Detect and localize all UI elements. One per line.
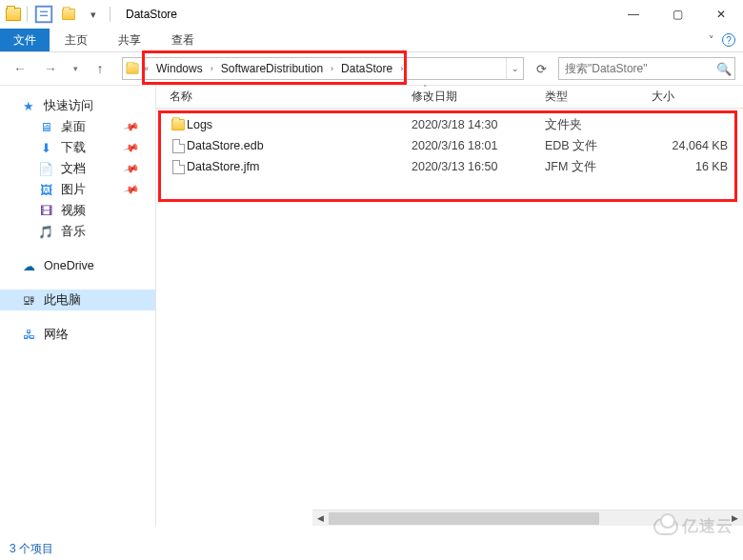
file-row-datastore-edb[interactable]: DataStore.edb 2020/3/16 18:01 EDB 文件 24,… [156, 135, 743, 156]
status-bar: 3 个项目 [0, 537, 53, 560]
nav-row: ← → ▾ ↑ « Windows › SoftwareDistribution… [0, 52, 743, 86]
sidebar-item-label: 图片 [61, 182, 86, 198]
body: ★ 快速访问 🖥 桌面 📌 ⬇ 下载 📌 📄 文档 📌 🖼 图片 � [0, 86, 743, 526]
file-icon [170, 139, 187, 153]
sidebar-item-label: 网络 [44, 327, 69, 343]
file-date: 2020/3/13 16:50 [412, 160, 545, 173]
sidebar-item-thispc[interactable]: 🖳 此电脑 [0, 290, 155, 310]
column-size[interactable]: 大小 [652, 89, 743, 105]
address-folder-icon [123, 62, 142, 75]
file-name: DataStore.edb [187, 139, 412, 152]
up-button[interactable]: ↑ [88, 56, 112, 81]
sidebar-item-label: 此电脑 [44, 292, 81, 309]
file-list-pane: ˄ 名称 修改日期 类型 大小 Logs 2020/3/18 14:30 文件夹… [156, 86, 743, 526]
cloud-icon: ☁ [21, 258, 36, 273]
pin-icon: 📌 [123, 139, 141, 156]
sidebar-item-network[interactable]: 🖧 网络 [0, 324, 155, 345]
titlebar-left: ▾ DataStore [0, 4, 177, 25]
file-type: JFM 文件 [545, 159, 652, 175]
sidebar-item-label: 视频 [61, 203, 86, 219]
watermark-text: 亿速云 [682, 515, 733, 537]
crumb-windows[interactable]: Windows [151, 58, 209, 79]
breadcrumb: « Windows › SoftwareDistribution › DataS… [142, 58, 405, 79]
chevron-right-icon[interactable]: › [398, 64, 405, 73]
search-icon[interactable]: 🔍 [713, 62, 734, 76]
sidebar-item-videos[interactable]: 🎞 视频 [0, 200, 155, 221]
crumb-datastore[interactable]: DataStore [335, 58, 398, 79]
sidebar-item-label: 下载 [61, 140, 86, 156]
sidebar-item-documents[interactable]: 📄 文档 📌 [0, 158, 155, 179]
ribbon-collapse-icon[interactable]: ˅ [709, 34, 714, 47]
column-name[interactable]: 名称 [170, 89, 412, 105]
tab-share[interactable]: 共享 [103, 29, 156, 51]
file-type: EDB 文件 [545, 138, 652, 154]
chevron-right-icon[interactable]: › [329, 64, 335, 73]
address-dropdown-icon[interactable]: ⌄ [506, 58, 523, 79]
window-title: DataStore [126, 8, 177, 21]
file-size: 24,064 KB [652, 139, 728, 152]
watermark: 亿速云 [653, 515, 733, 537]
sidebar-item-downloads[interactable]: ⬇ 下载 📌 [0, 137, 155, 158]
column-headers: 名称 修改日期 类型 大小 [156, 86, 743, 109]
navigation-pane: ★ 快速访问 🖥 桌面 📌 ⬇ 下载 📌 📄 文档 📌 🖼 图片 � [0, 86, 156, 526]
document-icon: 📄 [38, 161, 53, 176]
app-icon [6, 8, 21, 21]
sidebar-item-label: 音乐 [61, 224, 86, 240]
chevron-right-icon[interactable]: › [209, 64, 215, 73]
search-box[interactable]: 🔍 [558, 57, 735, 80]
breadcrumb-prefix-icon[interactable]: « [142, 64, 151, 73]
computer-icon: 🖳 [21, 292, 36, 308]
tab-view[interactable]: 查看 [156, 29, 210, 51]
file-date: 2020/3/16 18:01 [412, 139, 545, 152]
close-button[interactable]: ✕ [699, 0, 743, 29]
new-folder-icon[interactable] [58, 4, 79, 25]
help-icon[interactable]: ? [722, 33, 735, 47]
file-size: 16 KB [652, 160, 728, 173]
pin-icon: 📌 [123, 181, 141, 198]
tab-home[interactable]: 主页 [50, 29, 103, 51]
file-row-datastore-jfm[interactable]: DataStore.jfm 2020/3/13 16:50 JFM 文件 16 … [156, 156, 743, 177]
minimize-button[interactable]: — [612, 0, 655, 29]
network-icon: 🖧 [21, 327, 36, 342]
file-row-logs[interactable]: Logs 2020/3/18 14:30 文件夹 [156, 114, 743, 135]
ribbon: 文件 主页 共享 查看 ˅ ? [0, 29, 743, 52]
sidebar-item-pictures[interactable]: 🖼 图片 📌 [0, 179, 155, 200]
sidebar-item-label: OneDrive [44, 259, 94, 272]
back-button[interactable]: ← [8, 56, 32, 81]
file-date: 2020/3/18 14:30 [412, 118, 545, 131]
svg-rect-0 [36, 7, 52, 23]
refresh-button[interactable]: ⟳ [530, 57, 552, 80]
column-date[interactable]: 修改日期 [412, 89, 545, 105]
quick-access-toolbar: ▾ [33, 4, 104, 25]
scroll-thumb[interactable] [329, 512, 599, 525]
sidebar-item-music[interactable]: 🎵 音乐 [0, 221, 155, 242]
pin-icon: 📌 [123, 118, 141, 135]
crumb-softwaredistribution[interactable]: SoftwareDistribution [215, 58, 329, 79]
sidebar-item-label: 桌面 [61, 119, 86, 135]
sidebar-item-desktop[interactable]: 🖥 桌面 📌 [0, 116, 155, 137]
forward-button[interactable]: → [38, 56, 63, 81]
properties-icon[interactable] [33, 4, 54, 25]
pin-icon: 📌 [123, 160, 141, 177]
sort-indicator-icon: ˄ [423, 84, 428, 93]
status-item-count: 3 个项目 [10, 541, 53, 557]
scroll-left-icon[interactable]: ◀ [312, 510, 329, 527]
sidebar-item-onedrive[interactable]: ☁ OneDrive [0, 255, 155, 276]
recent-locations-icon[interactable]: ▾ [69, 56, 82, 81]
music-icon: 🎵 [38, 224, 53, 239]
file-tab[interactable]: 文件 [0, 29, 50, 51]
column-type[interactable]: 类型 [545, 89, 652, 105]
title-bar: ▾ DataStore — ▢ ✕ [0, 0, 743, 29]
qat-dropdown-icon[interactable]: ▾ [83, 4, 104, 25]
sidebar-quick-access[interactable]: ★ 快速访问 [0, 95, 155, 116]
address-bar[interactable]: « Windows › SoftwareDistribution › DataS… [122, 57, 524, 80]
star-icon: ★ [21, 98, 36, 113]
folder-icon [170, 118, 187, 131]
file-area: Logs 2020/3/18 14:30 文件夹 DataStore.edb 2… [156, 109, 743, 177]
video-icon: 🎞 [38, 203, 53, 218]
file-name: Logs [187, 118, 412, 131]
search-input[interactable] [559, 62, 713, 75]
file-icon [170, 160, 187, 174]
maximize-button[interactable]: ▢ [655, 0, 699, 29]
sidebar-item-label: 快速访问 [44, 98, 93, 114]
